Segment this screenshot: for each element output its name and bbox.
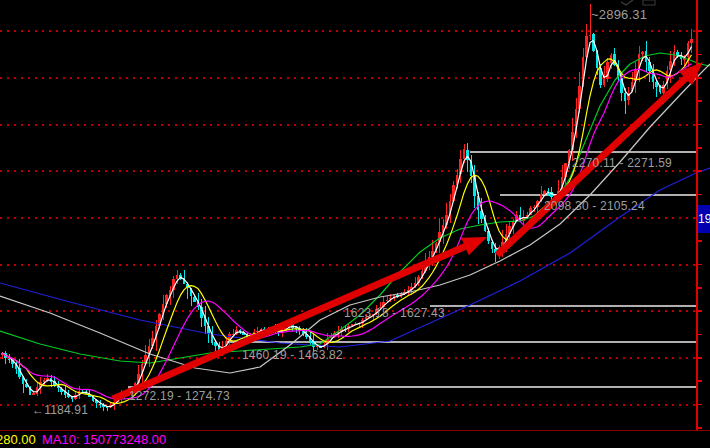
trend-arrow[interactable] (113, 242, 475, 399)
volume-pane-header: 280.00 MA10: 150773248.00 (0, 431, 710, 448)
gap-annotation-label: 1623.18 - 1627.43 (344, 306, 445, 320)
price-axis-badge: 19 (698, 205, 710, 233)
stock-chart-window: ~2896.312270.11 - 2271.592098.30 - 2105.… (0, 0, 710, 448)
trend-arrow-head[interactable] (461, 237, 487, 255)
gap-annotation-label: 2270.11 - 2271.59 (572, 156, 672, 170)
ma-magenta (2, 64, 692, 399)
ma-white (2, 41, 692, 407)
gap-annotation-label: 2098.30 - 2105.24 (544, 199, 645, 213)
peak-price-label: ~2896.31 (591, 7, 647, 22)
gap-annotation-label: 1460.19 - 1463.82 (242, 348, 343, 362)
main-chart[interactable] (0, 0, 710, 448)
trend-arrows (113, 62, 703, 399)
moving-averages (0, 41, 710, 407)
window-artifact-check-icon (619, 0, 659, 7)
gap-annotation-label: ←1184.91 (32, 403, 88, 417)
gap-annotation-label: 1272.19 - 1274.73 (129, 389, 230, 403)
volume-ma10-value: MA10: 150773248.00 (42, 432, 166, 447)
ma-yellow (2, 55, 692, 404)
volume-value: 280.00 (0, 432, 36, 447)
